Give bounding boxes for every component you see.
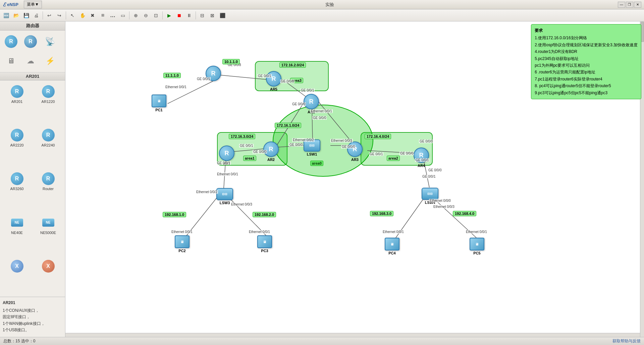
- network-diagram: area3 area1 area0 area2 10.1.1.0 11.1.1.…: [65, 21, 644, 337]
- sidebar-desc-title: AR201: [3, 300, 62, 306]
- port-eth003-lsw4: Ethernet 0/0/3: [433, 205, 455, 209]
- port-ge001-ar5: GE 0/0/1: [257, 74, 272, 78]
- port-ge000-ar1a: GE 0/0/0: [291, 102, 306, 106]
- menu-bar[interactable]: 菜单▼: [24, 1, 42, 8]
- new-button[interactable]: 🆕: [1, 11, 11, 20]
- device-ar3260[interactable]: R AR3260: [2, 170, 32, 212]
- ar5-label: AR5: [270, 87, 277, 91]
- ar201-section-title: AR201: [0, 72, 65, 80]
- port-ge001-ar3b: GE 0/0/1: [369, 152, 383, 156]
- port-eth002-lsw1: Ethernet 0/0/2: [292, 138, 315, 142]
- node-lsw1[interactable]: ⊟⊟ LSW1: [304, 139, 320, 156]
- device-cx2[interactable]: X: [33, 257, 63, 295]
- device-ne5000e[interactable]: NE NE5000E: [33, 214, 63, 256]
- port-ge001-ar7b: GE 0/0/1: [216, 161, 231, 165]
- port-ge001-ar7: GE 0/0/1: [239, 144, 254, 148]
- select-tool[interactable]: ↖: [68, 11, 77, 20]
- port-ge000-ar1b: GE 0/0/0: [312, 116, 327, 120]
- delete-tool[interactable]: ✖: [88, 11, 97, 20]
- device-wifi[interactable]: 📡: [41, 33, 59, 51]
- close-button[interactable]: ✕: [634, 2, 641, 8]
- device-router[interactable]: R Router: [33, 170, 63, 212]
- node-pc3[interactable]: 🖥 PC3: [257, 235, 272, 253]
- router-section-title: 路由器: [0, 21, 65, 31]
- device-ar201-r1[interactable]: R: [2, 33, 20, 51]
- device-cx[interactable]: X: [2, 257, 32, 295]
- redo-button[interactable]: ↪: [55, 11, 64, 20]
- area1-label: area1: [243, 156, 256, 161]
- main-layout: 路由器 R R 📡 📶 🖥 ☁ ⚡ AR20: [0, 21, 644, 337]
- capture-button[interactable]: ⬛: [218, 11, 227, 20]
- device-ar201-r2[interactable]: R: [21, 33, 40, 51]
- statusbar-links: 获取帮助与反馈: [612, 338, 641, 344]
- lsw1-label: LSW1: [307, 152, 317, 156]
- node-pc2[interactable]: 🖥 PC2: [175, 235, 190, 253]
- device-cloud[interactable]: ☁: [21, 52, 40, 70]
- port-ge001-topr: GE 0/0/1: [196, 77, 211, 81]
- device-ar201[interactable]: R AR201: [2, 82, 32, 125]
- help-link[interactable]: 获取帮助与反馈: [612, 338, 641, 344]
- area0-circle: [273, 105, 373, 177]
- pc3-icon[interactable]: 🖥: [257, 235, 272, 248]
- port-eth000-lsw4: Ethernet 0/0/0: [429, 199, 451, 203]
- node-pc5[interactable]: 🖥 PC5: [470, 238, 484, 255]
- window-title: 实验: [325, 2, 334, 8]
- ar2-icon[interactable]: R: [263, 141, 279, 157]
- node-ar3[interactable]: R AR3: [347, 141, 363, 162]
- pc1-icon[interactable]: 🖥: [152, 95, 166, 107]
- node-pc1[interactable]: 🖥 PC1: [152, 95, 166, 112]
- lsw4-icon[interactable]: ⊟⊟: [422, 188, 438, 200]
- req-item-6: 6 .router6为运营商只能配置ip地址: [535, 69, 638, 75]
- ar1-icon[interactable]: R: [304, 94, 319, 109]
- save-button[interactable]: 💾: [21, 11, 31, 20]
- pc3-label: PC3: [261, 249, 268, 253]
- play-button[interactable]: ▶: [164, 11, 174, 20]
- undo-button[interactable]: ↩: [45, 11, 54, 20]
- area2-label: area2: [387, 156, 400, 161]
- minimize-button[interactable]: —: [618, 2, 625, 8]
- horizontal-scrollbar[interactable]: [65, 333, 640, 337]
- text-tool[interactable]: …: [108, 11, 117, 20]
- device-ar2240[interactable]: R AR2240: [33, 126, 63, 168]
- subnet-192.168.2: 192.168.2.0: [253, 212, 276, 217]
- device-ar2220[interactable]: R AR2220: [2, 126, 32, 168]
- device-bolt[interactable]: ⚡: [41, 52, 59, 70]
- zoom-out-button[interactable]: ⊖: [141, 11, 151, 20]
- ar5-icon[interactable]: R: [266, 71, 281, 87]
- restore-button[interactable]: ❐: [626, 2, 633, 8]
- subnet-192.168.1: 192.168.1.0: [163, 212, 186, 217]
- port-eth001-ar7: Ethernet 0/0/1: [216, 172, 239, 176]
- pc5-icon[interactable]: 🖥: [470, 238, 484, 250]
- ar3-label: AR3: [351, 158, 359, 162]
- shape-tool[interactable]: ▭: [118, 11, 127, 20]
- pc2-icon[interactable]: 🖥: [175, 235, 190, 248]
- connect-tool[interactable]: ⊞: [98, 11, 107, 20]
- print-button[interactable]: 🖨: [32, 11, 41, 20]
- zoom-in-button[interactable]: ⊕: [131, 11, 141, 20]
- ar3-icon[interactable]: R: [347, 141, 363, 157]
- menu-button[interactable]: 菜单▼: [24, 1, 42, 8]
- stop-button[interactable]: ⏹: [174, 11, 184, 20]
- port-ge001-ar4b: GE 0/0/1: [415, 158, 429, 162]
- device-ne40e[interactable]: NE NE40E: [2, 214, 32, 256]
- canvas-area[interactable]: area3 area1 area0 area2 10.1.1.0 11.1.1.…: [65, 21, 644, 337]
- device-monitor[interactable]: 🖥: [2, 52, 20, 70]
- topology-button[interactable]: ⊟: [198, 11, 207, 20]
- split-button[interactable]: ⊠: [208, 11, 217, 20]
- open-button[interactable]: 📂: [11, 11, 21, 20]
- ar7-icon[interactable]: R: [219, 146, 234, 161]
- device-ar1220[interactable]: R AR1220: [33, 82, 63, 125]
- subnet-172.16.3: 172.16.3.0/24: [229, 134, 255, 139]
- pc4-icon[interactable]: 🖥: [385, 238, 399, 250]
- req-item-8: 8. pc4可以ping通router5但不能登录router5: [535, 82, 638, 89]
- lsw3-icon[interactable]: ⊟⊟: [216, 188, 233, 200]
- subnet-192.168.4: 192.168.4.0: [453, 211, 476, 216]
- move-tool[interactable]: ✋: [78, 11, 87, 20]
- device-unknown[interactable]: 📶: [60, 33, 65, 51]
- node-ar4[interactable]: R AR4: [414, 148, 429, 168]
- pc4-label: PC4: [388, 251, 395, 255]
- node-pc4[interactable]: 🖥 PC4: [385, 238, 399, 255]
- subnet-172.16.1: 172.16.1.0/24: [275, 123, 301, 128]
- pause-button[interactable]: ⏸: [184, 11, 194, 20]
- snapshot-button[interactable]: ⊡: [151, 11, 161, 20]
